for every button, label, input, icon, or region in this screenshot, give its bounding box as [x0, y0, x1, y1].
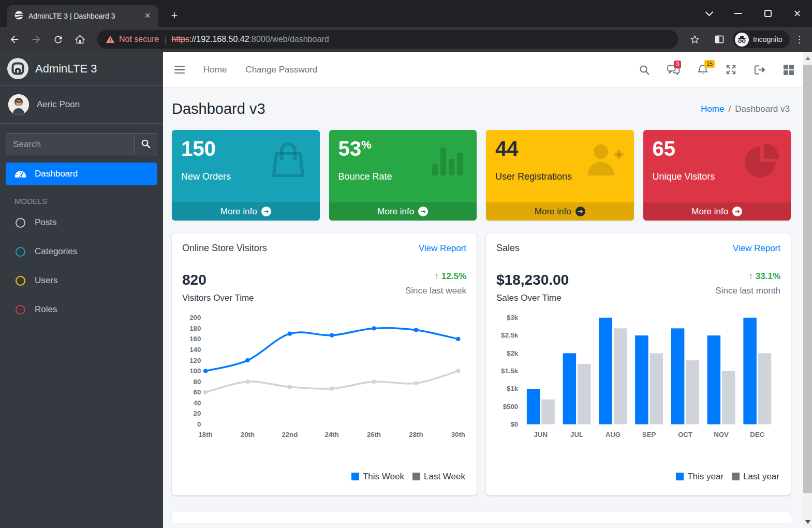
more-info-link[interactable]: More info ➜ — [643, 202, 791, 221]
sales-label: Sales Over Time — [496, 293, 569, 303]
url-divider: | — [164, 35, 166, 44]
messages-icon[interactable]: 3 — [667, 65, 680, 75]
scrollbar-up-icon[interactable] — [803, 54, 812, 63]
grid-layout-icon[interactable] — [784, 65, 794, 75]
svg-text:$3k: $3k — [507, 314, 519, 321]
arrow-circle-icon: ➜ — [261, 207, 271, 216]
url-scheme: https — [171, 35, 189, 44]
brand-title: AdminLTE 3 — [35, 62, 97, 76]
sidebar-item-roles[interactable]: Roles — [6, 296, 157, 324]
svg-text:80: 80 — [194, 377, 201, 385]
url-host: ://192.168.50.42 — [189, 35, 249, 44]
url-path: :8000/web/dashboard — [249, 35, 329, 44]
scrollbar-down-icon[interactable] — [803, 518, 812, 526]
tab-favicon — [14, 11, 23, 22]
legend-swatch — [732, 473, 740, 480]
arrow-up-icon: ↑ — [749, 271, 754, 281]
app-navbar: Home Change Password 3 15 — [163, 52, 803, 88]
sidebar-section-header: MODELS — [14, 197, 163, 206]
bookmark-star-icon[interactable] — [684, 29, 705, 50]
breadcrumb: Home/Dashboard v3 — [701, 104, 790, 114]
scrollbar-thumb[interactable] — [803, 65, 812, 493]
svg-text:100: 100 — [189, 367, 201, 375]
url-bar[interactable]: Not secure | https://192.168.50.42:8000/… — [97, 30, 678, 49]
svg-text:160: 160 — [189, 335, 201, 343]
svg-text:24th: 24th — [325, 431, 339, 438]
info-box-unique-visitors: 65 Unique Visitors More info ➜ — [643, 130, 791, 221]
view-report-link[interactable]: View Report — [419, 243, 466, 254]
svg-text:22nd: 22nd — [282, 431, 298, 438]
page-title: Dashboard v3 — [172, 100, 265, 118]
reload-button[interactable] — [48, 29, 68, 50]
forward-button[interactable] — [26, 29, 47, 50]
tab-search-chevron-icon[interactable] — [695, 3, 724, 24]
incognito-badge: Incognito — [733, 31, 790, 48]
sidebar-search-button[interactable] — [134, 134, 157, 155]
incognito-label: Incognito — [753, 35, 783, 43]
svg-text:JUL: JUL — [570, 431, 583, 438]
svg-text:$2k: $2k — [507, 349, 519, 357]
sidebar-search-input[interactable] — [6, 134, 134, 155]
sidebar-item-label: Categories — [35, 246, 77, 257]
search-icon — [141, 139, 151, 150]
navbar-search-icon[interactable] — [639, 65, 649, 75]
notifications-badge: 15 — [704, 60, 715, 68]
more-info-link[interactable]: More info ➜ — [486, 202, 634, 221]
visitors-total: 820 — [182, 271, 254, 289]
chart-legend: This year Last year — [676, 472, 779, 482]
nav-link-change-password[interactable]: Change Password — [245, 65, 317, 75]
svg-text:60: 60 — [194, 388, 201, 396]
more-info-link[interactable]: More info ➜ — [329, 202, 477, 221]
more-info-link[interactable]: More info ➜ — [172, 202, 320, 221]
info-box-new-orders: 150 New Orders More info ➜ — [172, 130, 320, 221]
shopping-bag-icon — [268, 141, 308, 181]
home-button[interactable] — [69, 29, 90, 50]
browser-tab[interactable]: AdminLTE 3 | Dashboard 3 × — [7, 5, 158, 27]
browser-tabstrip: AdminLTE 3 | Dashboard 3 × + × — [0, 0, 812, 27]
circle-icon — [12, 276, 29, 286]
user-avatar[interactable] — [8, 94, 29, 115]
window-close-button[interactable]: × — [783, 3, 812, 24]
svg-text:$500: $500 — [503, 402, 518, 410]
page-scrollbar[interactable] — [803, 52, 812, 528]
circle-icon — [12, 247, 29, 257]
sidebar: AdminLTE 3 Aeric Poon Dashboard MO — [0, 52, 163, 528]
logout-icon[interactable] — [754, 65, 766, 75]
fullscreen-icon[interactable] — [726, 64, 736, 75]
incognito-icon — [735, 33, 749, 47]
sidebar-item-users[interactable]: Users — [6, 267, 157, 295]
brand[interactable]: AdminLTE 3 — [0, 52, 163, 86]
svg-text:26th: 26th — [367, 431, 381, 438]
window-minimize-button[interactable] — [724, 3, 753, 24]
legend-last-year: Last year — [732, 472, 779, 482]
user-name[interactable]: Aeric Poon — [37, 99, 80, 110]
svg-text:30th: 30th — [451, 431, 465, 438]
svg-text:200: 200 — [189, 314, 201, 321]
sidebar-item-categories[interactable]: Categories — [6, 238, 157, 266]
user-plus-icon — [585, 143, 625, 178]
user-panel: Aeric Poon — [1, 86, 162, 124]
breadcrumb-home-link[interactable]: Home — [701, 104, 724, 114]
tab-title: AdminLTE 3 | Dashboard 3 — [28, 12, 142, 20]
side-panel-icon[interactable] — [709, 29, 730, 50]
info-box-user-registrations: 44 User Registrations More info ➜ — [486, 130, 634, 221]
tab-close-icon[interactable]: × — [142, 10, 153, 22]
arrow-circle-icon: ➜ — [418, 207, 428, 216]
sidebar-item-label: Users — [35, 275, 57, 286]
back-button[interactable] — [4, 29, 25, 50]
window-maximize-button[interactable] — [753, 3, 783, 24]
bar-chart-icon — [431, 145, 463, 178]
window-controls: × — [695, 0, 812, 27]
new-tab-button[interactable]: + — [167, 8, 182, 24]
card-title: Online Store Visitors — [182, 243, 267, 254]
svg-text:20th: 20th — [241, 431, 255, 438]
hamburger-menu-icon[interactable] — [174, 66, 185, 74]
svg-text:$2.5k: $2.5k — [501, 331, 519, 339]
browser-menu-icon[interactable]: ⋮ — [793, 34, 806, 45]
nav-link-home[interactable]: Home — [203, 65, 227, 75]
notifications-bell-icon[interactable]: 15 — [698, 64, 708, 76]
view-report-link[interactable]: View Report — [733, 243, 780, 254]
sidebar-item-posts[interactable]: Posts — [6, 209, 157, 237]
svg-text:20: 20 — [194, 409, 201, 417]
sidebar-item-dashboard[interactable]: Dashboard — [6, 163, 157, 185]
